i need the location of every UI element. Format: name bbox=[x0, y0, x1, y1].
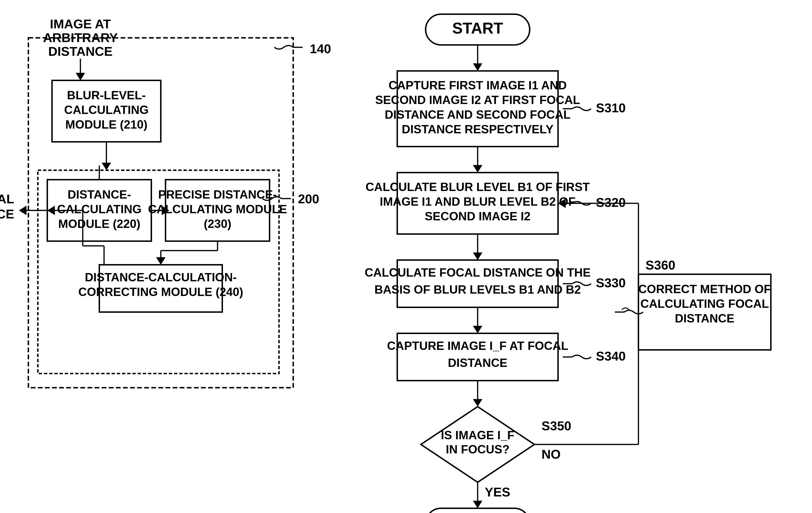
label-140: 140 bbox=[310, 41, 331, 56]
box-distance-line3: MODULE (220) bbox=[58, 217, 140, 231]
s360-line2: CALCULATING FOCAL bbox=[640, 297, 769, 310]
svg-marker-33 bbox=[473, 399, 482, 406]
box-distance-line2: CALCULATING bbox=[57, 203, 141, 216]
svg-marker-21 bbox=[473, 63, 482, 71]
svg-marker-24 bbox=[473, 165, 482, 173]
s310-line1: CAPTURE FIRST IMAGE I1 AND bbox=[388, 79, 567, 92]
svg-marker-4 bbox=[102, 163, 111, 170]
label-focal-distance-2: DISTANCE bbox=[0, 207, 14, 221]
s360-line3: DISTANCE bbox=[675, 312, 734, 325]
label-s310: S310 bbox=[596, 101, 626, 115]
label-image-arbitrary: IMAGE AT bbox=[50, 17, 111, 31]
label-200: 200 bbox=[298, 192, 319, 206]
diagram-container: IMAGE AT ARBITRARY DISTANCE 140 BLUR-LEV… bbox=[0, 0, 812, 513]
svg-marker-1 bbox=[76, 73, 85, 80]
box-blur-line2: CALCULATING bbox=[64, 103, 148, 117]
label-arbitrary: ARBITRARY bbox=[43, 30, 118, 45]
s330-line1: CALCULATE FOCAL DISTANCE ON THE bbox=[365, 266, 591, 279]
s310-line4: DISTANCE RESPECTIVELY bbox=[402, 123, 554, 136]
box-precise-line2: CALCULATING MODULE bbox=[148, 203, 287, 216]
label-s360: S360 bbox=[645, 258, 675, 272]
label-s330: S330 bbox=[596, 276, 626, 290]
box-precise-line3: (230) bbox=[204, 217, 231, 231]
s360-line1: CORRECT METHOD OF bbox=[638, 282, 771, 296]
box-precise-line1: PRECISE DISTANCE- bbox=[158, 188, 277, 201]
label-distance: DISTANCE bbox=[48, 44, 113, 58]
svg-marker-17 bbox=[47, 206, 55, 215]
s320-line2: IMAGE I1 AND BLUR LEVEL B2 OF bbox=[380, 195, 576, 208]
svg-marker-30 bbox=[473, 326, 482, 333]
s350-line2: IN FOCUS? bbox=[446, 443, 509, 456]
label-s350: S350 bbox=[542, 419, 571, 433]
s330-line2: BASIS OF BLUR LEVELS B1 AND B2 bbox=[374, 283, 581, 296]
svg-marker-27 bbox=[473, 252, 482, 260]
label-no: NO bbox=[542, 447, 561, 461]
box-blur-line1: BLUR-LEVEL- bbox=[67, 89, 146, 102]
s350-line1: IS IMAGE I_F bbox=[441, 429, 514, 442]
s310-line2: SECOND IMAGE I2 AT FIRST FOCAL bbox=[375, 93, 580, 107]
svg-marker-12 bbox=[156, 257, 166, 265]
s310-line3: DISTANCE AND SECOND FOCAL bbox=[385, 108, 571, 121]
label-s340: S340 bbox=[596, 349, 626, 363]
box-distance-line1: DISTANCE- bbox=[68, 188, 131, 201]
label-focal-distance-1: FOCAL bbox=[0, 192, 14, 206]
box-correcting-line2: CORRECTING MODULE (240) bbox=[78, 285, 243, 299]
s340-line2: DISTANCE bbox=[448, 356, 508, 369]
svg-marker-35 bbox=[473, 501, 482, 508]
box-correcting-line1: DISTANCE-CALCULATION- bbox=[85, 271, 237, 284]
start-label: START bbox=[452, 20, 503, 37]
s320-line3: SECOND IMAGE I2 bbox=[425, 210, 530, 223]
label-s320: S320 bbox=[596, 195, 626, 209]
label-yes: YES bbox=[485, 485, 510, 499]
s340-line1: CAPTURE IMAGE I_F AT FOCAL bbox=[387, 339, 569, 353]
end-shape bbox=[426, 508, 530, 513]
s320-line1: CALCULATE BLUR LEVEL B1 OF FIRST bbox=[366, 180, 590, 193]
box-blur-line3: MODULE (210) bbox=[65, 118, 147, 131]
svg-marker-19 bbox=[19, 206, 27, 215]
